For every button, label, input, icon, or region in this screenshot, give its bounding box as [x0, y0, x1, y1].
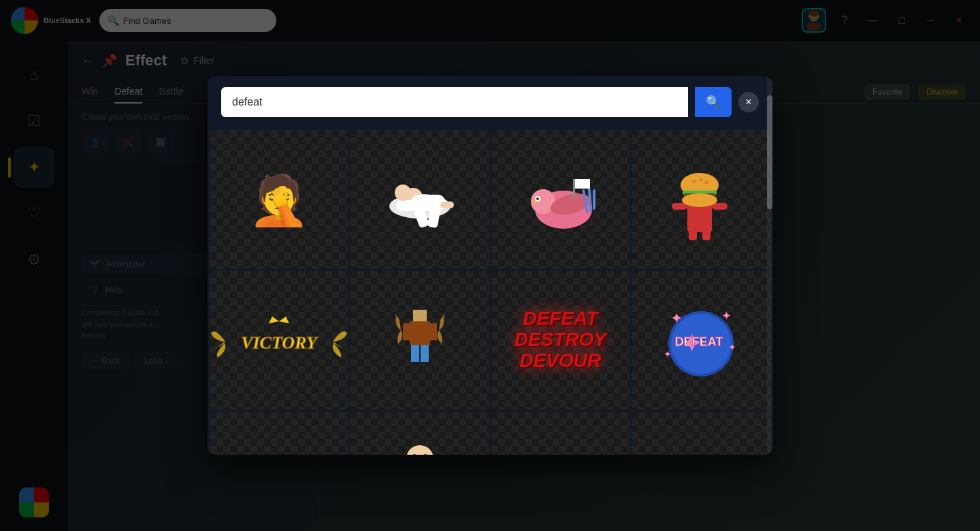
- svg-rect-27: [689, 227, 697, 240]
- modal-scrollbar-thumb: [767, 95, 772, 209]
- svg-text:✦: ✦: [670, 310, 683, 327]
- svg-rect-41: [410, 321, 430, 345]
- svg-rect-45: [421, 345, 429, 362]
- defeat-destroy-devour-image: DEFEAT DESTROY DEVOUR: [514, 308, 606, 371]
- svg-point-25: [536, 197, 539, 200]
- modal-results-grid: 🤦: [208, 128, 772, 455]
- svg-point-58: [406, 445, 434, 455]
- modal-search-input[interactable]: [221, 87, 688, 117]
- mlem-emoji-image: [238, 447, 320, 455]
- svg-rect-23: [575, 179, 590, 189]
- search-icon: 🔍: [706, 95, 721, 110]
- grid-cell-10[interactable]: Q: [350, 412, 489, 455]
- svg-point-10: [395, 184, 411, 201]
- modal-search-button[interactable]: 🔍: [695, 87, 732, 117]
- modal-scrollbar[interactable]: [767, 76, 772, 455]
- svg-rect-22: [573, 179, 575, 199]
- grid-cell-12[interactable]: EPIC ...: [632, 412, 770, 455]
- svg-rect-43: [429, 323, 437, 340]
- grid-cell-5[interactable]: VICTORY: [210, 271, 348, 410]
- grid-cell-7[interactable]: DEFEAT DESTROY DEVOUR: [491, 271, 630, 410]
- search-modal: 🔍 × 🤦: [208, 76, 772, 455]
- svg-marker-38: [269, 317, 289, 323]
- svg-text:🤦: 🤦: [248, 171, 310, 229]
- pixel-character-image: [393, 306, 447, 374]
- grid-cell-6[interactable]: [350, 271, 489, 410]
- modal-search-wrapper: 🔍: [221, 87, 732, 117]
- pink-bird-flag-image: [516, 155, 604, 244]
- modal-overlay: 🔍 × 🤦: [0, 0, 980, 531]
- svg-point-33: [699, 178, 703, 181]
- grid-cell-8[interactable]: ✦ ✦ ✦ ✦ ✦ DEFEAT: [632, 271, 770, 410]
- modal-header: 🔍 ×: [208, 76, 772, 128]
- svg-rect-28: [702, 227, 710, 240]
- grid-cell-4[interactable]: [632, 130, 770, 269]
- modal-close-button[interactable]: ×: [738, 92, 759, 112]
- svg-rect-21: [593, 189, 595, 210]
- burger-person-image: [657, 155, 745, 244]
- grid-cell-3[interactable]: [491, 130, 630, 269]
- defeat-star-bubble-image: ✦ ✦ ✦ ✦ ✦ DEFEAT: [657, 300, 745, 381]
- svg-rect-44: [411, 345, 419, 362]
- svg-rect-42: [403, 323, 411, 340]
- person-despair-image: 🤦: [235, 155, 323, 244]
- chin-person-image: Q: [386, 440, 454, 455]
- svg-point-32: [692, 180, 696, 182]
- svg-rect-12: [440, 202, 454, 208]
- grid-cell-1[interactable]: 🤦: [210, 130, 348, 269]
- svg-text:✦: ✦: [728, 342, 736, 353]
- lying-figure-image: [376, 155, 464, 244]
- epic-text-image: EPIC ...: [632, 412, 770, 455]
- svg-rect-11: [411, 195, 445, 208]
- grid-cell-11[interactable]: ✦: [491, 412, 630, 455]
- victory-persons-image: ✦: [519, 447, 601, 455]
- svg-point-34: [704, 181, 708, 184]
- svg-text:✦: ✦: [721, 309, 732, 323]
- grid-cell-9[interactable]: [210, 412, 348, 455]
- svg-text:DEFEAT: DEFEAT: [675, 335, 723, 349]
- grid-cell-2[interactable]: [350, 130, 489, 269]
- svg-point-37: [682, 193, 717, 207]
- victory-text-image: VICTORY: [211, 313, 347, 368]
- svg-text:✦: ✦: [664, 349, 672, 359]
- svg-text:VICTORY: VICTORY: [241, 333, 318, 353]
